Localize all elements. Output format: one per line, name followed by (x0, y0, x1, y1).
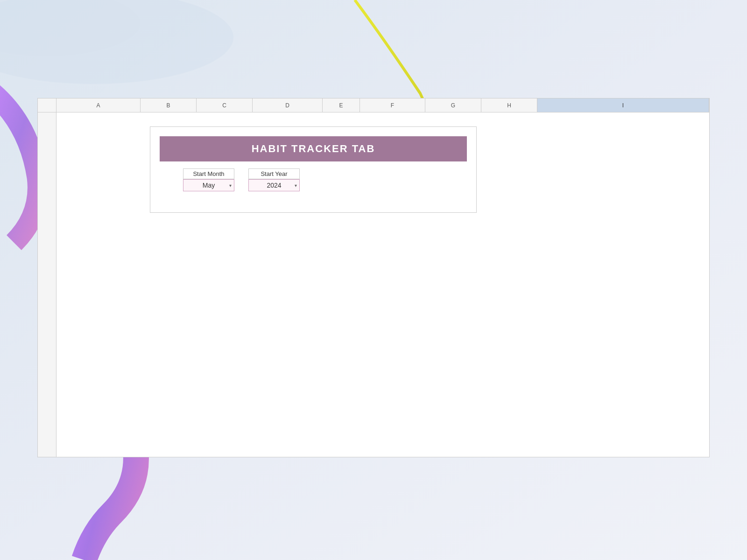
start-month-group: Start Month May (183, 168, 234, 191)
spreadsheet-body: HABIT TRACKER TAB Start Month May Start … (38, 112, 709, 457)
col-header-b[interactable]: B (141, 98, 197, 112)
start-year-dropdown[interactable]: 2024 (248, 179, 300, 191)
col-header-h[interactable]: H (481, 98, 537, 112)
habit-title-bar: HABIT TRACKER TAB (160, 136, 467, 161)
col-header-a[interactable]: A (56, 98, 141, 112)
start-month-label: Start Month (183, 168, 234, 179)
start-year-label: Start Year (248, 168, 300, 179)
column-headers: A B C D E F G H I (38, 98, 709, 112)
col-header-f[interactable]: F (360, 98, 425, 112)
col-header-i[interactable]: I (537, 98, 709, 112)
col-header-g[interactable]: G (425, 98, 481, 112)
svg-point-1 (0, 0, 233, 84)
col-header-e[interactable]: E (323, 98, 360, 112)
controls-row: Start Month May Start Year 2024 (150, 161, 476, 196)
col-header-d[interactable]: D (253, 98, 323, 112)
start-month-dropdown[interactable]: May (183, 179, 234, 191)
row-numbers (38, 112, 56, 457)
habit-tracker-title: HABIT TRACKER TAB (252, 143, 375, 154)
start-year-group: Start Year 2024 (248, 168, 300, 191)
content-area: HABIT TRACKER TAB Start Month May Start … (56, 112, 709, 457)
col-header-c[interactable]: C (197, 98, 253, 112)
spreadsheet: A B C D E F G H I HABIT TRACKER TAB (37, 98, 710, 457)
svg-point-2 (0, 0, 140, 56)
habit-tracker-panel: HABIT TRACKER TAB Start Month May Start … (150, 126, 477, 213)
